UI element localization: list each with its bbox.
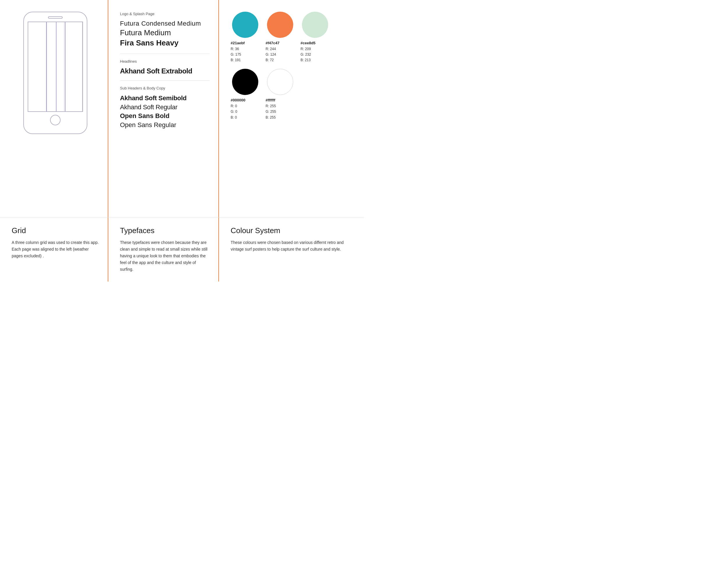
- color-hex-mint: #cee8d5: [301, 40, 330, 46]
- color-r-white: R: 255: [266, 103, 295, 109]
- color-info-teal: #21aebf R: 36 G: 175 B: 191: [231, 40, 260, 63]
- color-b-mint: B: 213: [301, 57, 330, 63]
- color-g-orange: G: 124: [266, 52, 295, 57]
- colour-body: These colours were chosen based on vario…: [231, 239, 355, 253]
- type-akhand-semibold: Akhand Soft Semibold: [120, 94, 210, 103]
- typefaces-description: Typefaces These typefaces were chosen be…: [108, 217, 218, 282]
- color-hex-white: #ffffff: [266, 97, 295, 103]
- color-swatch-black: #000000 R: 0 G: 0 B: 0: [231, 69, 260, 120]
- top-sections: Logo & Splash Page Futura Condensed Medi…: [0, 0, 364, 217]
- color-g-teal: G: 175: [231, 52, 260, 57]
- subheaders-label: Sub Headers & Body Copy: [120, 86, 210, 90]
- grid-body: A three column grid was used to create t…: [12, 239, 99, 259]
- color-info-mint: #cee8d5 R: 209 G: 232 B: 213: [301, 40, 330, 63]
- logo-section-label: Logo & Splash Page: [120, 12, 210, 16]
- divider-2: [120, 80, 210, 81]
- color-g-mint: G: 232: [301, 52, 330, 57]
- color-circle-black: [232, 69, 258, 95]
- grid-title: Grid: [12, 226, 99, 235]
- color-swatch-teal: #21aebf R: 36 G: 175 B: 191: [231, 12, 260, 63]
- color-r-black: R: 0: [231, 103, 260, 109]
- color-g-white: G: 255: [266, 109, 295, 114]
- grid-col-3: [64, 22, 82, 111]
- type-opensans-bold: Open Sans Bold: [120, 112, 210, 121]
- headlines-label: Headlines: [120, 59, 210, 63]
- bottom-row: Grid A three column grid was used to cre…: [0, 217, 364, 282]
- type-futura-condensed: Futura Condensed Medium: [120, 20, 210, 28]
- typography-column: Logo & Splash Page Futura Condensed Medi…: [108, 0, 218, 217]
- color-hex-teal: #21aebf: [231, 40, 260, 46]
- left-column: [0, 0, 108, 217]
- color-info-white: #ffffff R: 255 G: 255 B: 255: [266, 97, 295, 120]
- grid-col-1: [28, 22, 46, 111]
- grid-line-3: [65, 22, 66, 111]
- color-swatch-white: #ffffff R: 255 G: 255 B: 255: [266, 69, 295, 120]
- color-swatch-mint: #cee8d5 R: 209 G: 232 B: 213: [301, 12, 330, 63]
- color-swatch-orange: #f47c47 R: 244 G: 124 B: 72: [266, 12, 295, 63]
- grid-line-1: [46, 22, 47, 111]
- color-circle-mint: [302, 12, 328, 38]
- colour-description: Colour System These colours were chosen …: [218, 217, 364, 282]
- color-circle-teal: [232, 12, 258, 38]
- color-b-teal: B: 191: [231, 57, 260, 63]
- type-akhand-extrabold: Akhand Soft Extrabold: [120, 67, 210, 75]
- type-fira-heavy: Fira Sans Heavy: [120, 38, 210, 48]
- phone-speaker: [48, 16, 63, 19]
- color-hex-orange: #f47c47: [266, 40, 295, 46]
- phone-grid: [28, 22, 82, 111]
- color-info-orange: #f47c47 R: 244 G: 124 B: 72: [266, 40, 295, 63]
- color-row-2: #000000 R: 0 G: 0 B: 0 #ffffff R: 255 G:…: [231, 69, 355, 120]
- phone-mockup: [23, 12, 87, 134]
- color-circle-white: [267, 69, 293, 95]
- color-circle-orange: [267, 12, 293, 38]
- typefaces-body: These typefaces were chosen because they…: [120, 239, 210, 273]
- color-r-teal: R: 36: [231, 46, 260, 52]
- grid-line-2: [56, 22, 56, 111]
- type-futura-medium: Futura Medium: [120, 28, 210, 38]
- color-hex-black: #000000: [231, 97, 260, 103]
- color-b-white: B: 255: [266, 115, 295, 120]
- colour-title: Colour System: [231, 226, 355, 235]
- color-column: #21aebf R: 36 G: 175 B: 191 #f47c47 R: 2…: [218, 0, 364, 217]
- type-opensans-regular: Open Sans Regular: [120, 121, 210, 130]
- type-akhand-regular: Akhand Soft Regular: [120, 103, 210, 112]
- divider-1: [120, 54, 210, 54]
- color-row-1: #21aebf R: 36 G: 175 B: 191 #f47c47 R: 2…: [231, 12, 355, 63]
- typefaces-title: Typefaces: [120, 226, 210, 235]
- color-g-black: G: 0: [231, 109, 260, 114]
- phone-home-button: [50, 115, 61, 125]
- grid-description: Grid A three column grid was used to cre…: [0, 217, 108, 282]
- color-info-black: #000000 R: 0 G: 0 B: 0: [231, 97, 260, 120]
- color-b-black: B: 0: [231, 115, 260, 120]
- grid-col-2: [46, 22, 64, 111]
- color-r-orange: R: 244: [266, 46, 295, 52]
- color-r-mint: R: 209: [301, 46, 330, 52]
- color-b-orange: B: 72: [266, 57, 295, 63]
- phone-screen: [28, 22, 83, 112]
